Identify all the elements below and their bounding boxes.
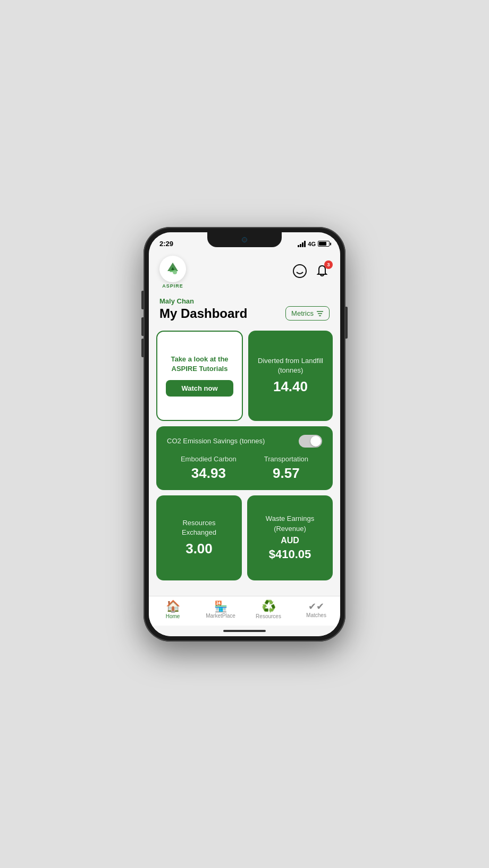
transportation-item: Transportation 9.57 bbox=[264, 455, 308, 482]
nav-resources[interactable]: ♻️ Resources bbox=[252, 601, 284, 619]
nav-resources-label: Resources bbox=[256, 613, 281, 619]
waste-currency: AUD bbox=[281, 536, 299, 545]
waste-earnings-card: Waste Earnings (Revenue) AUD $410.05 bbox=[247, 495, 333, 580]
message-button[interactable] bbox=[292, 264, 307, 281]
resources-value: 3.00 bbox=[186, 541, 213, 557]
landfill-value: 14.40 bbox=[273, 378, 308, 395]
watch-now-button[interactable]: Watch now bbox=[166, 380, 233, 397]
nav-marketplace-label: MarketPlace bbox=[206, 613, 235, 619]
metrics-button[interactable]: Metrics bbox=[285, 306, 330, 321]
camera bbox=[242, 237, 247, 242]
battery-icon bbox=[318, 241, 330, 247]
nav-matches-label: Matches bbox=[306, 612, 326, 618]
dashboard-row: My Dashboard Metrics bbox=[159, 306, 330, 321]
notch bbox=[207, 232, 282, 247]
co2-card: CO2 Emission Savings (tonnes) Embodied C… bbox=[156, 426, 333, 490]
resources-card: Resources Exchanged 3.00 bbox=[156, 495, 242, 580]
app-header: ASPIRE bbox=[149, 251, 340, 295]
landfill-label: Diverted from Landfill (tonnes) bbox=[257, 356, 324, 375]
battery-fill bbox=[319, 242, 326, 246]
phone-screen: 2:29 4G bbox=[149, 232, 340, 636]
nav-marketplace[interactable]: 🏪 MarketPlace bbox=[205, 601, 237, 619]
transport-label: Transportation bbox=[264, 455, 308, 463]
signal-icon bbox=[298, 241, 306, 247]
embodied-carbon-item: Embodied Carbon 34.93 bbox=[181, 455, 237, 482]
title-area: Maly Chan My Dashboard Metrics bbox=[149, 295, 340, 327]
home-bar bbox=[149, 626, 340, 636]
notification-badge: 3 bbox=[324, 260, 333, 269]
toggle-thumb bbox=[310, 436, 321, 446]
tutorial-card: Take a look at the ASPIRE Tutorials Watc… bbox=[156, 331, 243, 421]
bottom-nav: 🏠 Home 🏪 MarketPlace ♻️ Resources ✔✔ Mat… bbox=[149, 596, 340, 626]
svg-point-4 bbox=[293, 265, 306, 277]
transport-value: 9.57 bbox=[264, 465, 308, 482]
filter-icon bbox=[316, 310, 324, 317]
marketplace-icon: 🏪 bbox=[214, 601, 227, 612]
tutorial-text: Take a look at the ASPIRE Tutorials bbox=[166, 355, 233, 374]
network-type: 4G bbox=[308, 241, 316, 247]
waste-label: Waste Earnings (Revenue) bbox=[256, 514, 324, 533]
row-3: Resources Exchanged 3.00 Waste Earnings … bbox=[156, 495, 333, 580]
co2-toggle[interactable] bbox=[299, 435, 322, 448]
notification-button[interactable]: 3 bbox=[315, 264, 330, 281]
logo-circle bbox=[159, 256, 186, 282]
aspire-logo-icon bbox=[164, 260, 181, 277]
waste-amount: $410.05 bbox=[269, 547, 311, 561]
user-name: Maly Chan bbox=[159, 297, 330, 305]
co2-header: CO2 Emission Savings (tonnes) bbox=[167, 435, 322, 448]
main-content: ASPIRE bbox=[149, 251, 340, 596]
co2-values: Embodied Carbon 34.93 Transportation 9.5… bbox=[167, 455, 322, 482]
logo-label: ASPIRE bbox=[162, 283, 183, 289]
status-icons: 4G bbox=[298, 241, 330, 247]
logo-container: ASPIRE bbox=[159, 256, 186, 289]
metrics-label: Metrics bbox=[291, 309, 314, 317]
phone-frame: 2:29 4G bbox=[144, 227, 345, 642]
header-actions: 3 bbox=[292, 264, 330, 281]
embodied-value: 34.93 bbox=[181, 465, 237, 482]
co2-label: CO2 Emission Savings (tonnes) bbox=[167, 437, 265, 445]
nav-home-label: Home bbox=[166, 613, 180, 619]
cards-container: Take a look at the ASPIRE Tutorials Watc… bbox=[149, 327, 340, 586]
svg-point-3 bbox=[173, 270, 177, 274]
resources-label: Resources Exchanged bbox=[165, 518, 233, 537]
row-1: Take a look at the ASPIRE Tutorials Watc… bbox=[156, 331, 333, 421]
status-time: 2:29 bbox=[159, 240, 173, 248]
embodied-label: Embodied Carbon bbox=[181, 455, 237, 463]
home-indicator bbox=[223, 630, 266, 632]
matches-icon: ✔✔ bbox=[308, 602, 324, 611]
nav-matches[interactable]: ✔✔ Matches bbox=[300, 602, 332, 618]
landfill-card: Diverted from Landfill (tonnes) 14.40 bbox=[248, 331, 333, 421]
message-icon bbox=[292, 264, 307, 279]
page-title: My Dashboard bbox=[159, 306, 247, 321]
resources-icon: ♻️ bbox=[262, 601, 276, 612]
nav-home[interactable]: 🏠 Home bbox=[157, 601, 189, 619]
home-icon: 🏠 bbox=[166, 601, 180, 612]
